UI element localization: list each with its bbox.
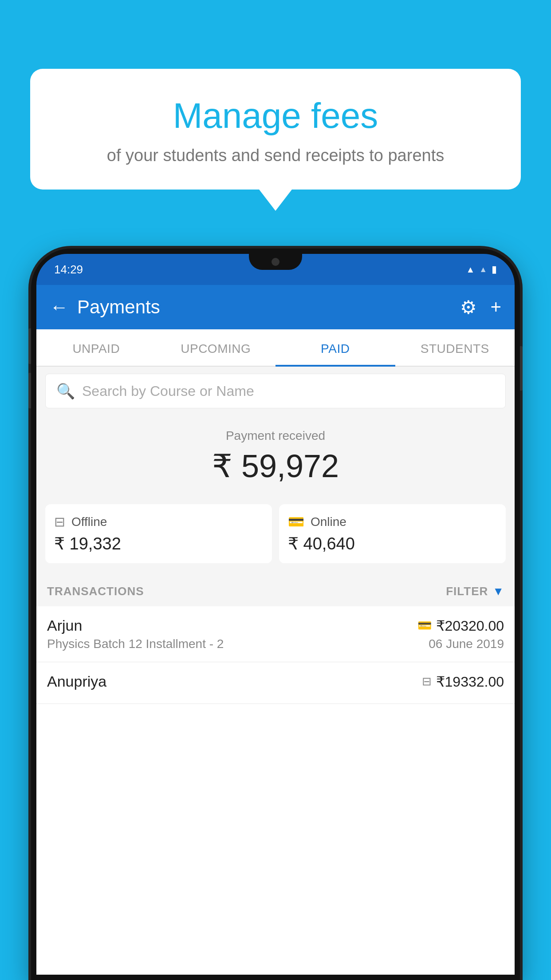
transactions-label: TRANSACTIONS (47, 585, 144, 598)
phone-notch (249, 254, 302, 270)
volume-down-button (28, 373, 31, 408)
txn-amount-2: ₹19332.00 (436, 673, 504, 690)
payment-summary: Payment received ₹ 59,972 (36, 415, 515, 495)
online-payment-card: 💳 Online ₹ 40,640 (279, 504, 506, 563)
transactions-header: TRANSACTIONS FILTER ▼ (36, 574, 515, 606)
txn-payment-icon: 💳 (417, 619, 432, 632)
tab-unpaid[interactable]: UNPAID (36, 329, 156, 366)
offline-card-top: ⊟ Offline (54, 514, 263, 530)
txn-top-row-2: Anupriya ⊟ ₹19332.00 (47, 673, 504, 690)
tabs-bar: UNPAID UPCOMING PAID STUDENTS (36, 329, 515, 367)
wifi-icon: ▲ (466, 265, 475, 275)
offline-amount: ₹ 19,332 (54, 534, 263, 553)
txn-payment-icon-2: ⊟ (422, 675, 432, 688)
txn-bottom-row: Physics Batch 12 Installment - 2 06 June… (47, 637, 504, 651)
speech-bubble-container: Manage fees of your students and send re… (30, 69, 521, 190)
offline-label: Offline (71, 515, 107, 529)
app-content: ← Payments ⚙ + UNPAID UPCOMING PAID STUD… (36, 285, 515, 975)
tab-paid[interactable]: PAID (276, 329, 395, 366)
online-icon: 💳 (288, 514, 304, 530)
add-button[interactable]: + (490, 296, 501, 318)
settings-icon[interactable]: ⚙ (460, 296, 477, 318)
search-icon: 🔍 (56, 382, 75, 400)
payment-received-label: Payment received (45, 429, 506, 443)
status-time: 14:29 (54, 263, 83, 277)
filter-button[interactable]: FILTER ▼ (446, 585, 504, 598)
offline-icon: ⊟ (54, 514, 65, 530)
txn-name-2: Anupriya (47, 673, 106, 690)
txn-date: 06 June 2019 (429, 637, 504, 651)
search-bar: 🔍 Search by Course or Name (36, 367, 515, 415)
search-input-wrap[interactable]: 🔍 Search by Course or Name (45, 374, 506, 408)
status-bar: 14:29 ▲ ▲ ▮ (36, 254, 515, 285)
filter-label: FILTER (446, 585, 488, 598)
txn-course: Physics Batch 12 Installment - 2 (47, 637, 224, 651)
offline-payment-card: ⊟ Offline ₹ 19,332 (45, 504, 272, 563)
transaction-row[interactable]: Arjun 💳 ₹20320.00 Physics Batch 12 Insta… (36, 606, 515, 662)
txn-amount-wrap-2: ⊟ ₹19332.00 (422, 673, 504, 690)
tab-upcoming[interactable]: UPCOMING (156, 329, 276, 366)
app-header: ← Payments ⚙ + (36, 285, 515, 329)
search-placeholder: Search by Course or Name (82, 383, 254, 399)
txn-top-row: Arjun 💳 ₹20320.00 (47, 617, 504, 634)
filter-icon: ▼ (492, 585, 504, 598)
header-icons: ⚙ + (460, 296, 501, 318)
payment-cards: ⊟ Offline ₹ 19,332 💳 Online ₹ 40,640 (36, 495, 515, 574)
back-button[interactable]: ← (50, 296, 68, 318)
txn-amount-wrap: 💳 ₹20320.00 (417, 617, 504, 634)
page-title: Payments (77, 296, 451, 318)
tab-students[interactable]: STUDENTS (395, 329, 515, 366)
phone-frame: 14:29 ▲ ▲ ▮ ← Payments ⚙ + UNPAID UPCOMI… (31, 249, 520, 980)
camera (272, 258, 279, 266)
online-label: Online (311, 515, 346, 529)
speech-bubble: Manage fees of your students and send re… (30, 69, 521, 190)
transaction-row[interactable]: Anupriya ⊟ ₹19332.00 (36, 662, 515, 704)
signal-icon: ▲ (479, 265, 487, 274)
battery-icon: ▮ (492, 264, 497, 275)
bubble-subtitle: of your students and send receipts to pa… (52, 146, 499, 165)
status-icons: ▲ ▲ ▮ (466, 264, 497, 275)
online-card-top: 💳 Online (288, 514, 497, 530)
payment-total-amount: ₹ 59,972 (45, 447, 506, 485)
txn-name: Arjun (47, 617, 82, 634)
bubble-title: Manage fees (52, 95, 499, 136)
txn-amount: ₹20320.00 (436, 617, 504, 634)
online-amount: ₹ 40,640 (288, 534, 497, 553)
volume-up-button (28, 328, 31, 364)
power-button (520, 346, 523, 391)
